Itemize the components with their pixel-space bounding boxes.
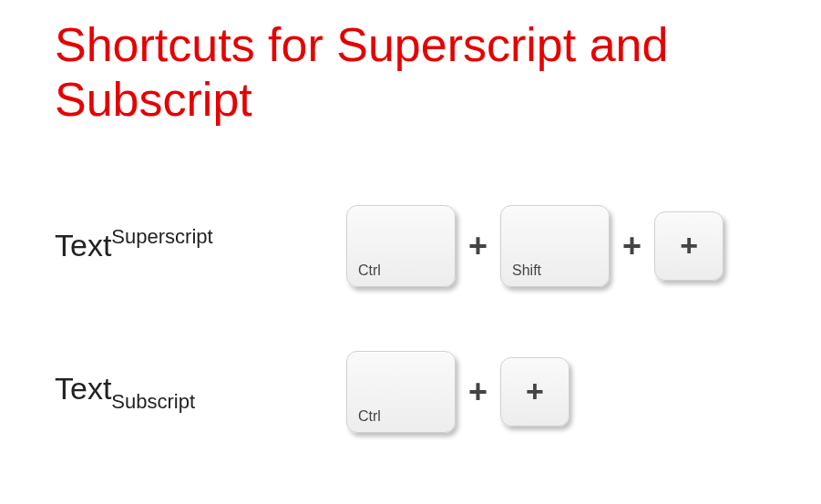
key-label: Ctrl xyxy=(358,408,381,425)
key-label: Shift xyxy=(512,262,541,279)
subscript-example: TextSubscript xyxy=(55,371,346,412)
example-base-text: Text xyxy=(55,371,111,406)
subscript-keys: Ctrl + + xyxy=(346,351,570,433)
key-ctrl: Ctrl xyxy=(346,205,456,287)
key-label: Ctrl xyxy=(358,262,381,279)
example-subscript-text: Subscript xyxy=(111,390,195,413)
example-superscript-text: Superscript xyxy=(111,225,212,248)
superscript-row: TextSuperscript Ctrl + Shift + + xyxy=(55,201,766,292)
key-label: + xyxy=(526,374,544,409)
plus-icon: + xyxy=(619,227,645,265)
plus-icon: + xyxy=(465,227,491,265)
page-title: Shortcuts for Superscript and Subscript xyxy=(55,18,766,128)
key-plus: + xyxy=(500,357,570,427)
key-shift: Shift xyxy=(500,205,610,287)
superscript-example: TextSuperscript xyxy=(55,227,346,263)
key-label: + xyxy=(680,228,698,263)
key-ctrl: Ctrl xyxy=(346,351,456,433)
subscript-row: TextSubscript Ctrl + + xyxy=(55,346,766,437)
plus-icon: + xyxy=(465,373,491,411)
superscript-keys: Ctrl + Shift + + xyxy=(346,205,724,287)
example-base-text: Text xyxy=(55,229,111,263)
key-plus: + xyxy=(654,211,724,281)
